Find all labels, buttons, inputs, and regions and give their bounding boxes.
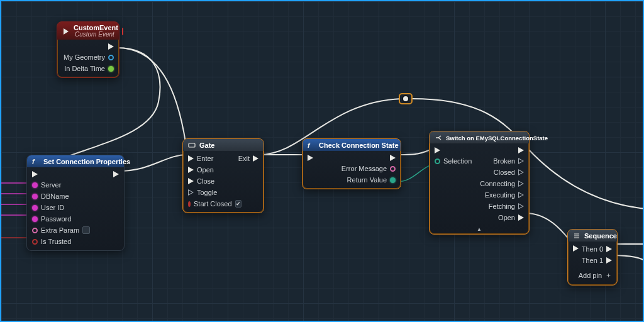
node-header: Switch on EMySQLConnectionState xyxy=(430,131,529,143)
exec-out-pin[interactable] xyxy=(390,155,396,161)
exec-out-pin[interactable] xyxy=(108,43,114,50)
pin-return-value[interactable]: Return Value xyxy=(347,176,396,184)
reroute-pin[interactable] xyxy=(403,96,408,101)
pin-then-1[interactable]: Then 1 xyxy=(582,257,612,264)
node-check-connection-state[interactable]: f Check Connection State Error Message R… xyxy=(302,138,401,189)
node-gate[interactable]: Gate Enter Open Close Toggle Start Close… xyxy=(182,138,264,213)
macro-icon xyxy=(188,142,196,149)
checkbox[interactable] xyxy=(235,200,242,208)
node-header: f Set Connection Properties xyxy=(27,155,124,167)
exec-in-pin[interactable] xyxy=(435,147,472,153)
node-header: CustomEvent Custom Event xyxy=(57,22,119,40)
function-icon: f xyxy=(308,142,315,149)
string-pin-icon xyxy=(390,166,396,172)
reroute-node[interactable] xyxy=(399,93,413,104)
pin-enter[interactable]: Enter xyxy=(188,155,235,162)
pin-selection[interactable]: Selection xyxy=(435,157,472,165)
node-sequence[interactable]: Sequence Then 0 Then 1 Add pin＋ xyxy=(567,229,618,286)
float-pin-icon xyxy=(108,66,114,72)
checkbox[interactable] xyxy=(82,226,90,234)
bool-pin-icon xyxy=(32,239,38,245)
enum-pin-icon xyxy=(435,158,440,164)
pin-password[interactable]: Password xyxy=(32,215,90,223)
string-pin-icon xyxy=(32,182,38,188)
pin-fetching[interactable]: Fetching xyxy=(489,203,524,210)
pin-toggle[interactable]: Toggle xyxy=(188,189,235,196)
node-title: Gate xyxy=(199,142,214,149)
pin-in-delta-time[interactable]: In Delta Time xyxy=(64,65,114,72)
string-pin-icon xyxy=(32,228,38,233)
node-subtitle: Custom Event xyxy=(75,31,118,38)
node-header: Sequence xyxy=(568,230,617,242)
pin-closed[interactable]: Closed xyxy=(494,169,524,176)
exec-out-pin[interactable] xyxy=(113,171,119,177)
node-custom-event[interactable]: CustomEvent Custom Event My Geometry In … xyxy=(57,21,119,78)
pin-is-trusted[interactable]: Is Trusted xyxy=(32,238,90,245)
node-switch-connection-state[interactable]: Switch on EMySQLConnectionState Selectio… xyxy=(429,131,530,235)
string-pin-icon xyxy=(32,216,38,222)
struct-pin-icon xyxy=(108,55,114,60)
exec-in-pin[interactable] xyxy=(573,245,578,252)
pin-close[interactable]: Close xyxy=(188,177,235,185)
pin-broken[interactable]: Broken xyxy=(493,157,524,165)
pin-start-closed[interactable]: Start Closed xyxy=(188,200,235,208)
pin-connecting[interactable]: Connecting xyxy=(480,180,524,187)
exec-out-default[interactable] xyxy=(518,147,524,153)
bool-pin-icon xyxy=(188,201,191,207)
expand-arrow-icon[interactable]: ▲ xyxy=(476,226,482,232)
sequence-icon xyxy=(573,232,580,240)
node-set-connection-properties[interactable]: f Set Connection Properties Server DBNam… xyxy=(26,155,125,251)
blueprint-canvas[interactable]: { "nodes": { "customEvent": { "title": "… xyxy=(0,0,644,322)
function-icon: f xyxy=(32,158,40,165)
pin-error-message[interactable]: Error Message xyxy=(341,165,396,172)
node-title: Switch on EMySQLConnectionState xyxy=(446,135,548,142)
pin-exit[interactable]: Exit xyxy=(238,155,258,162)
event-icon xyxy=(62,28,70,35)
pin-open-state[interactable]: Open xyxy=(498,214,524,221)
pin-dbname[interactable]: DBName xyxy=(32,192,90,200)
node-title: Sequence xyxy=(584,232,617,240)
plus-icon: ＋ xyxy=(605,270,612,280)
node-badge xyxy=(122,28,123,35)
svg-text:f: f xyxy=(308,142,311,149)
pin-executing[interactable]: Executing xyxy=(485,191,524,199)
pin-extra-param[interactable]: Extra Param xyxy=(32,226,90,234)
string-pin-icon xyxy=(32,194,38,199)
pin-server[interactable]: Server xyxy=(32,181,90,189)
node-title: Check Connection State xyxy=(319,142,399,149)
svg-rect-1 xyxy=(189,143,195,147)
pin-user-id[interactable]: User ID xyxy=(32,204,90,211)
node-title: Set Connection Properties xyxy=(43,158,130,165)
pin-my-geometry[interactable]: My Geometry xyxy=(64,53,114,61)
pin-then-0[interactable]: Then 0 xyxy=(582,245,612,253)
svg-text:f: f xyxy=(32,158,35,165)
pin-open[interactable]: Open xyxy=(188,166,235,174)
node-header: Gate xyxy=(183,139,264,151)
string-pin-icon xyxy=(32,205,38,211)
exec-in-pin[interactable] xyxy=(32,171,90,177)
switch-icon xyxy=(435,134,442,142)
add-pin-button[interactable]: Add pin＋ xyxy=(579,270,612,280)
exec-in-pin[interactable] xyxy=(308,155,313,161)
enum-pin-icon xyxy=(390,177,396,183)
node-header: f Check Connection State xyxy=(303,139,401,151)
